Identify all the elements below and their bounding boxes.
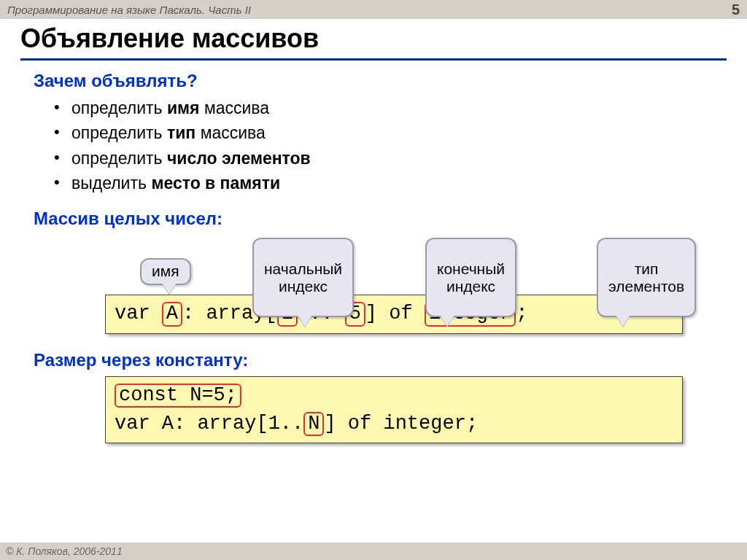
why-heading: Зачем объявлять? [34,71,727,91]
callout-elem-type: тип элементов [597,238,696,317]
list-item: определить тип массива [71,120,727,145]
callout-end-index: конечный индекс [425,238,516,317]
hl-const-n: N [303,412,324,437]
list-item: выделить место в памяти [71,171,727,195]
page-title: Объявление массивов [20,23,727,61]
callout-row: имя начальный индекс конечный индекс тип… [20,236,727,295]
course-title: Программирование на языке Паскаль. Часть… [7,4,251,16]
why-list: определить имя массива определить тип ма… [71,96,727,195]
list-item: определить имя массива [71,96,727,120]
copyright: © К. Поляков, 2006-2011 [6,545,123,557]
footer-bar: © К. Поляков, 2006-2011 [0,542,747,560]
hl-const-decl: const N=5; [115,384,241,408]
hl-array-name: A [162,302,182,327]
callout-name: имя [140,258,191,284]
slide-content: Объявление массивов Зачем объявлять? опр… [0,19,747,443]
header-bar: Программирование на языке Паскаль. Часть… [0,0,747,19]
list-item: определить число элементов [71,146,727,171]
int-array-heading: Массив целых чисел: [34,209,727,229]
callout-start-index: начальный индекс [252,238,354,317]
code-const-decl: const N=5; var A: array[1..N] of integer… [105,376,683,443]
const-size-heading: Размер через константу: [34,350,727,370]
page-number: 5 [732,1,740,18]
